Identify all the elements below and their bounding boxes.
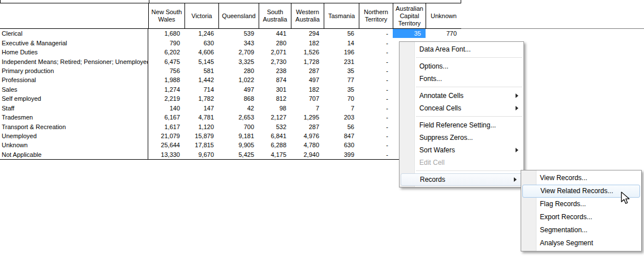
data-cell[interactable]: 77 xyxy=(324,75,359,84)
data-cell[interactable]: 6,475 xyxy=(148,57,184,66)
data-cell[interactable]: 868 xyxy=(218,94,259,103)
data-cell[interactable]: 4,781 xyxy=(184,113,218,122)
menu-item-view-related-records[interactable]: View Related Records... xyxy=(522,185,640,198)
data-cell[interactable]: - xyxy=(359,140,393,150)
data-cell[interactable]: 1,728 xyxy=(291,57,324,66)
data-cell[interactable]: 203 xyxy=(324,113,359,122)
row-label[interactable]: Primary production xyxy=(0,66,148,75)
data-cell[interactable]: 42 xyxy=(218,104,259,113)
data-cell[interactable]: 1,022 xyxy=(218,75,259,84)
data-cell[interactable]: 70 xyxy=(324,94,359,103)
data-cell[interactable]: 238 xyxy=(259,66,291,75)
data-cell[interactable]: 280 xyxy=(259,38,291,47)
data-cell[interactable]: 56 xyxy=(324,122,359,131)
data-cell[interactable]: 4,175 xyxy=(259,150,291,159)
data-cell[interactable]: 21,079 xyxy=(148,131,184,140)
data-cell[interactable]: 2,071 xyxy=(259,48,291,57)
data-cell[interactable]: 182 xyxy=(291,85,324,94)
menu-item-sort-wafers[interactable]: Sort Wafers xyxy=(400,144,523,156)
data-cell[interactable]: - xyxy=(359,57,393,66)
column-header-south-australia[interactable]: South Australia xyxy=(259,3,291,28)
menu-item-segmentation[interactable]: Segmentation... xyxy=(521,224,641,237)
data-cell[interactable]: 539 xyxy=(218,29,259,38)
data-cell[interactable]: 581 xyxy=(184,66,218,75)
data-cell[interactable]: - xyxy=(359,75,393,84)
data-cell[interactable]: 1,120 xyxy=(184,122,218,131)
data-cell[interactable]: - xyxy=(359,113,393,122)
data-cell[interactable]: 9,670 xyxy=(184,150,218,159)
data-cell[interactable]: 5,145 xyxy=(184,57,218,66)
menu-item-field-reference-setting[interactable]: Field Reference Setting... xyxy=(400,119,523,131)
data-cell[interactable]: 1,988 xyxy=(148,75,184,84)
data-cell[interactable]: 7 xyxy=(324,104,359,113)
data-cell[interactable]: 756 xyxy=(148,66,184,75)
data-cell[interactable]: 9,905 xyxy=(218,140,259,150)
data-cell[interactable]: 441 xyxy=(259,29,291,38)
data-cell[interactable]: 301 xyxy=(259,85,291,94)
data-cell[interactable]: 294 xyxy=(291,29,324,38)
data-cell[interactable]: 182 xyxy=(291,38,324,47)
menu-item-annotate-cells[interactable]: Annotate Cells xyxy=(400,89,523,102)
data-cell[interactable]: 5,425 xyxy=(218,150,259,159)
data-cell[interactable]: 9,181 xyxy=(218,131,259,140)
data-cell[interactable]: 630 xyxy=(184,38,218,47)
data-cell[interactable]: - xyxy=(359,48,393,57)
data-cell[interactable]: 2,709 xyxy=(218,48,259,57)
data-cell[interactable]: 17,815 xyxy=(184,140,218,150)
data-cell[interactable]: 2,730 xyxy=(259,57,291,66)
menu-item-fonts[interactable]: Fonts... xyxy=(400,72,523,85)
column-header-australian-capital-territory[interactable]: Australian Capital Territory xyxy=(393,3,426,28)
row-label[interactable]: Professional xyxy=(0,75,148,84)
data-cell[interactable]: 287 xyxy=(291,66,324,75)
data-cell[interactable]: - xyxy=(359,85,393,94)
data-cell[interactable]: 2,653 xyxy=(218,113,259,122)
data-cell[interactable]: 1,295 xyxy=(291,113,324,122)
data-cell[interactable]: - xyxy=(359,150,393,159)
data-cell[interactable]: 15,879 xyxy=(184,131,218,140)
data-cell[interactable]: 147 xyxy=(184,104,218,113)
row-label[interactable]: Staff xyxy=(0,104,148,113)
data-cell[interactable]: 25,644 xyxy=(148,140,184,150)
menu-item-records[interactable]: Records xyxy=(401,173,522,186)
menu-item-data-area-font[interactable]: Data Area Font... xyxy=(400,43,523,56)
data-cell[interactable]: 6,288 xyxy=(259,140,291,150)
data-cell[interactable]: - xyxy=(359,131,393,140)
data-cell[interactable]: 497 xyxy=(291,75,324,84)
data-cell[interactable]: 14 xyxy=(324,38,359,47)
data-cell[interactable]: 35 xyxy=(324,85,359,94)
data-cell[interactable]: 4,976 xyxy=(291,131,324,140)
data-cell[interactable]: 532 xyxy=(259,122,291,131)
column-header-queensland[interactable]: Queensland xyxy=(218,3,259,28)
data-cell[interactable]: 6,202 xyxy=(148,48,184,57)
data-cell[interactable]: 1,782 xyxy=(184,94,218,103)
column-header-northern-territory[interactable]: Northern Territory xyxy=(359,3,393,28)
data-cell[interactable]: - xyxy=(359,94,393,103)
data-cell[interactable]: - xyxy=(359,29,393,38)
data-cell[interactable]: - xyxy=(359,104,393,113)
data-cell[interactable]: - xyxy=(359,38,393,47)
data-cell[interactable]: 98 xyxy=(259,104,291,113)
data-cell[interactable]: 2,940 xyxy=(291,150,324,159)
menu-item-flag-records[interactable]: Flag Records... xyxy=(521,198,641,211)
row-label[interactable]: Transport & Recreation xyxy=(0,122,148,131)
row-label[interactable]: Unemployed xyxy=(0,131,148,140)
data-cell[interactable]: 1,617 xyxy=(148,122,184,131)
menu-item-view-records[interactable]: View Records... xyxy=(521,172,641,185)
menu-item-conceal-cells[interactable]: Conceal Cells xyxy=(400,102,523,114)
menu-item-suppress-zeros[interactable]: Suppress Zeros... xyxy=(400,131,523,144)
data-cell[interactable]: 1,442 xyxy=(184,75,218,84)
row-label[interactable]: Self employed xyxy=(0,94,148,103)
menu-item-export-records[interactable]: Export Records... xyxy=(521,211,641,224)
data-cell[interactable]: 874 xyxy=(259,75,291,84)
data-cell[interactable]: 13,330 xyxy=(148,150,184,159)
data-cell[interactable]: - xyxy=(359,66,393,75)
data-cell[interactable]: 1,680 xyxy=(148,29,184,38)
data-cell[interactable]: 700 xyxy=(218,122,259,131)
data-cell[interactable]: 812 xyxy=(259,94,291,103)
data-cell[interactable]: 56 xyxy=(324,29,359,38)
data-cell[interactable]: 1,274 xyxy=(148,85,184,94)
data-cell[interactable]: 280 xyxy=(218,66,259,75)
row-label[interactable]: Executive & Managerial xyxy=(0,38,148,47)
data-cell[interactable]: 287 xyxy=(291,122,324,131)
data-cell[interactable]: 1,526 xyxy=(291,48,324,57)
